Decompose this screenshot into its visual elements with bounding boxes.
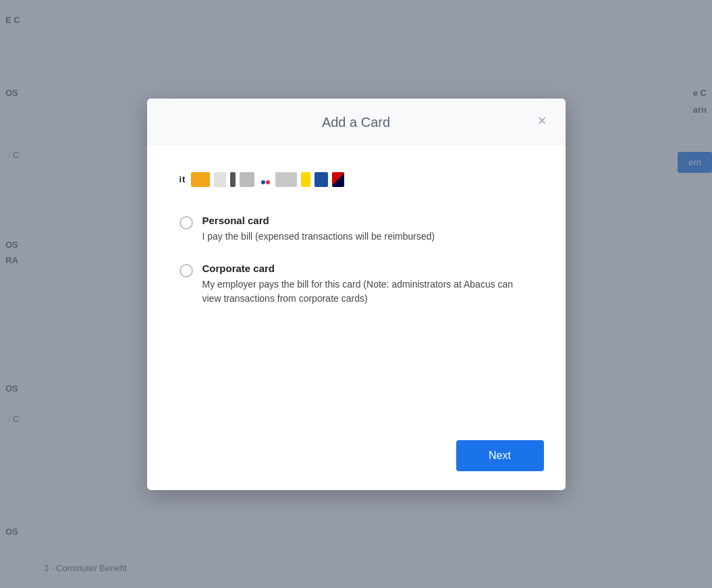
corporate-card-title: Corporate card [202,263,533,274]
personal-card-title: Personal card [202,215,533,226]
card-logo-area: it [180,169,533,190]
corporate-card-text: Corporate card My employer pays the bill… [202,263,533,306]
logo-gradient [332,172,344,187]
logo-orange [191,172,210,187]
personal-card-text: Personal card I pay the bill (expensed t… [202,215,533,244]
card-type-options: Personal card I pay the bill (expensed t… [180,215,533,306]
add-card-modal: Add a Card × it [147,99,566,490]
modal-body: it [147,144,566,427]
logo-blue [314,172,328,187]
close-button[interactable]: × [532,111,552,131]
modal-footer: Next [147,427,566,490]
corporate-card-radio[interactable] [180,264,193,277]
personal-card-option[interactable]: Personal card I pay the bill (expensed t… [180,215,533,244]
logo-gray-1 [214,172,226,187]
logo-gray-2 [240,172,254,187]
corporate-card-option[interactable]: Corporate card My employer pays the bill… [180,263,533,306]
logo-gray-3 [275,172,297,187]
modal-title: Add a Card [322,115,390,130]
personal-card-radio[interactable] [180,216,193,230]
card-logos: it [180,172,345,187]
modal-header: Add a Card × [147,99,566,144]
logo-gold [301,172,310,187]
next-button[interactable]: Next [456,440,544,471]
dot-blue [261,180,265,184]
modal-overlay: Add a Card × it [0,0,712,588]
personal-card-description: I pay the bill (expensed transactions wi… [202,230,533,244]
card-logo-text: it [180,174,186,184]
logo-dots [261,175,270,184]
logo-dark [230,172,236,187]
corporate-card-description: My employer pays the bill for this card … [202,277,533,306]
dot-red [266,180,270,184]
